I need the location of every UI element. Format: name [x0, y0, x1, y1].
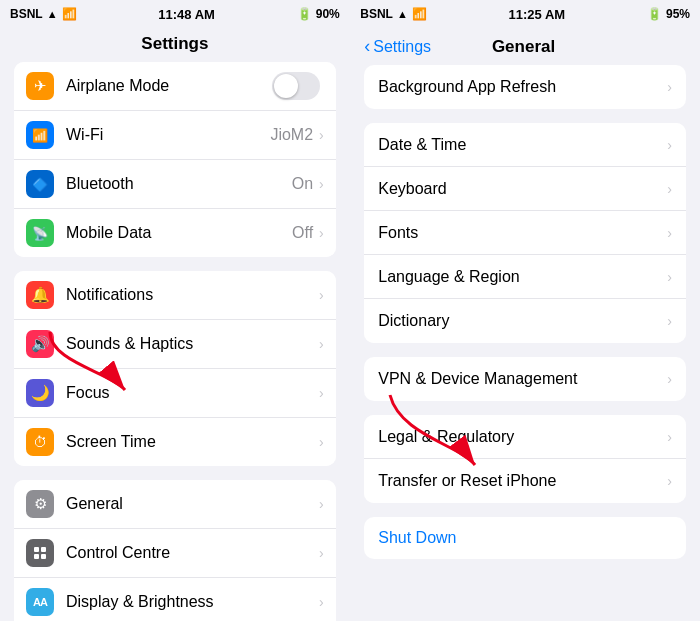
dictionary-item[interactable]: Dictionary ›	[364, 299, 686, 343]
right-signal-icon: ▲	[397, 8, 408, 20]
bluetooth-value: On	[292, 175, 313, 193]
dictionary-chevron: ›	[667, 313, 672, 329]
back-button[interactable]: ‹ Settings	[364, 36, 431, 57]
right-battery-icon: 🔋	[647, 7, 662, 21]
language-item[interactable]: Language & Region ›	[364, 255, 686, 299]
date-time-label: Date & Time	[378, 136, 665, 154]
general-icon: ⚙	[26, 490, 54, 518]
bg-refresh-label: Background App Refresh	[378, 78, 665, 96]
control-centre-icon	[26, 539, 54, 567]
keyboard-chevron: ›	[667, 181, 672, 197]
left-time: 11:48 AM	[158, 7, 215, 22]
screen-time-item[interactable]: ⏱ Screen Time ›	[14, 418, 336, 466]
general-chevron: ›	[319, 496, 324, 512]
svg-rect-1	[41, 547, 46, 552]
right-page-title: General	[431, 37, 616, 57]
notifications-item[interactable]: 🔔 Notifications ›	[14, 271, 336, 320]
legal-item[interactable]: Legal & Regulatory ›	[364, 415, 686, 459]
legal-group: Legal & Regulatory › Transfer or Reset i…	[364, 415, 686, 503]
mobile-data-item[interactable]: 📡 Mobile Data Off ›	[14, 209, 336, 257]
wifi-icon: 📶	[26, 121, 54, 149]
fonts-item[interactable]: Fonts ›	[364, 211, 686, 255]
control-centre-label: Control Centre	[66, 544, 317, 562]
focus-icon: 🌙	[26, 379, 54, 407]
general-label: General	[66, 495, 317, 513]
left-panel: BSNL ▲ 📶 11:48 AM 🔋 90% Settings ✈ Airpl…	[0, 0, 350, 621]
airplane-toggle[interactable]	[272, 72, 320, 100]
bluetooth-item[interactable]: 🔷 Bluetooth On ›	[14, 160, 336, 209]
keyboard-item[interactable]: Keyboard ›	[364, 167, 686, 211]
left-settings-content[interactable]: ✈ Airplane Mode 📶 Wi-Fi JioM2 › 🔷 Blueto…	[0, 62, 350, 621]
right-header: ‹ Settings General	[350, 28, 700, 65]
wifi-value: JioM2	[270, 126, 313, 144]
focus-label: Focus	[66, 384, 317, 402]
vpn-chevron: ›	[667, 371, 672, 387]
notifications-label: Notifications	[66, 286, 317, 304]
general-group: ⚙ General › Control Centre › AA	[14, 480, 336, 621]
date-time-chevron: ›	[667, 137, 672, 153]
display-label: Display & Brightness	[66, 593, 317, 611]
signal-icon: ▲	[47, 8, 58, 20]
svg-rect-3	[41, 554, 46, 559]
shutdown-label[interactable]: Shut Down	[378, 529, 456, 547]
wifi-item[interactable]: 📶 Wi-Fi JioM2 ›	[14, 111, 336, 160]
mobile-data-chevron: ›	[319, 225, 324, 241]
left-status-bar: BSNL ▲ 📶 11:48 AM 🔋 90%	[0, 0, 350, 28]
bg-refresh-item[interactable]: Background App Refresh ›	[364, 65, 686, 109]
vpn-label: VPN & Device Management	[378, 370, 665, 388]
focus-item[interactable]: 🌙 Focus ›	[14, 369, 336, 418]
keyboard-label: Keyboard	[378, 180, 665, 198]
left-carrier: BSNL	[10, 7, 43, 21]
right-wifi-icon: 📶	[412, 7, 427, 21]
control-centre-item[interactable]: Control Centre ›	[14, 529, 336, 578]
vpn-group: VPN & Device Management ›	[364, 357, 686, 401]
notifications-group: 🔔 Notifications › 🔊 Sounds & Haptics › 🌙…	[14, 271, 336, 466]
svg-rect-2	[34, 554, 39, 559]
right-content[interactable]: Background App Refresh › Date & Time › K…	[350, 65, 700, 621]
screen-time-chevron: ›	[319, 434, 324, 450]
vpn-item[interactable]: VPN & Device Management ›	[364, 357, 686, 401]
left-battery-icon: 🔋	[297, 7, 312, 21]
sounds-chevron: ›	[319, 336, 324, 352]
display-chevron: ›	[319, 594, 324, 610]
transfer-reset-chevron: ›	[667, 473, 672, 489]
date-time-item[interactable]: Date & Time ›	[364, 123, 686, 167]
left-page-title: Settings	[0, 28, 350, 62]
control-centre-chevron: ›	[319, 545, 324, 561]
shutdown-button[interactable]: Shut Down	[364, 517, 686, 559]
bluetooth-label: Bluetooth	[66, 175, 292, 193]
right-carrier: BSNL	[360, 7, 393, 21]
screen-time-label: Screen Time	[66, 433, 317, 451]
sounds-icon: 🔊	[26, 330, 54, 358]
bg-refresh-group: Background App Refresh ›	[364, 65, 686, 109]
right-time: 11:25 AM	[509, 7, 566, 22]
back-chevron-icon: ‹	[364, 36, 370, 57]
airplane-mode-item[interactable]: ✈ Airplane Mode	[14, 62, 336, 111]
svg-rect-0	[34, 547, 39, 552]
bg-refresh-chevron: ›	[667, 79, 672, 95]
left-status-right: 🔋 90%	[297, 7, 340, 21]
network-group: ✈ Airplane Mode 📶 Wi-Fi JioM2 › 🔷 Blueto…	[14, 62, 336, 257]
mobile-data-value: Off	[292, 224, 313, 242]
mobile-data-label: Mobile Data	[66, 224, 292, 242]
general-item[interactable]: ⚙ General ›	[14, 480, 336, 529]
display-item[interactable]: AA Display & Brightness ›	[14, 578, 336, 621]
legal-chevron: ›	[667, 429, 672, 445]
right-battery: 95%	[666, 7, 690, 21]
wifi-label: Wi-Fi	[66, 126, 270, 144]
language-chevron: ›	[667, 269, 672, 285]
wifi-chevron: ›	[319, 127, 324, 143]
focus-chevron: ›	[319, 385, 324, 401]
transfer-reset-item[interactable]: Transfer or Reset iPhone ›	[364, 459, 686, 503]
mobile-data-icon: 📡	[26, 219, 54, 247]
right-panel: BSNL ▲ 📶 11:25 AM 🔋 95% ‹ Settings Gener…	[350, 0, 700, 621]
sounds-item[interactable]: 🔊 Sounds & Haptics ›	[14, 320, 336, 369]
wifi-status-icon: 📶	[62, 7, 77, 21]
sounds-label: Sounds & Haptics	[66, 335, 317, 353]
datetime-group: Date & Time › Keyboard › Fonts › Languag…	[364, 123, 686, 343]
back-label: Settings	[373, 38, 431, 56]
airplane-icon: ✈	[26, 72, 54, 100]
bluetooth-icon: 🔷	[26, 170, 54, 198]
notifications-icon: 🔔	[26, 281, 54, 309]
fonts-label: Fonts	[378, 224, 665, 242]
